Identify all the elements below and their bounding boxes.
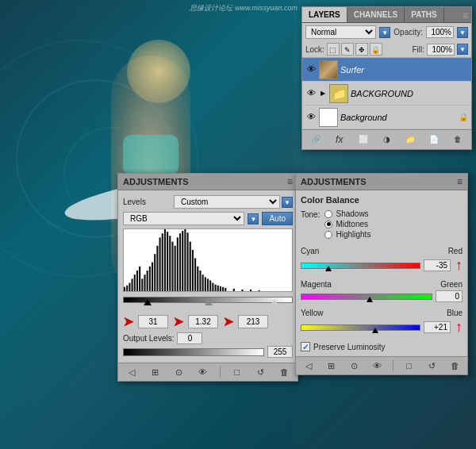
lock-label: Lock: bbox=[305, 45, 324, 54]
svg-rect-27 bbox=[192, 250, 194, 291]
svg-rect-7 bbox=[141, 278, 143, 291]
yellow-blue-slider[interactable] bbox=[301, 324, 420, 331]
cb-circle-icon[interactable]: ⊙ bbox=[347, 359, 361, 372]
cb-back-icon[interactable]: ◁ bbox=[301, 359, 316, 372]
layer-item-surfer[interactable]: 👁 Surfer bbox=[302, 58, 471, 82]
svg-rect-30 bbox=[199, 271, 201, 291]
cb-mask-icon[interactable]: □ bbox=[402, 359, 416, 372]
auto-button[interactable]: Auto bbox=[262, 212, 293, 225]
fill-input[interactable] bbox=[427, 44, 455, 56]
tab-channels[interactable]: CHANNELS bbox=[347, 7, 405, 22]
black-arrow-indicator: ➤ bbox=[123, 314, 133, 329]
delete-layer-icon[interactable]: 🗑 bbox=[451, 132, 465, 147]
levels-preset-arrow[interactable]: ▼ bbox=[282, 197, 293, 208]
color-balance-subtitle: Color Balance bbox=[301, 195, 463, 205]
white-point-thumb[interactable] bbox=[271, 299, 278, 305]
layer-thumbnail-background bbox=[319, 108, 338, 127]
lock-all-btn[interactable]: 🔒 bbox=[370, 43, 382, 56]
shadows-label: Shadows bbox=[336, 209, 368, 218]
magenta-green-value[interactable] bbox=[436, 290, 463, 302]
adj-levels-menu-icon[interactable]: ≡ bbox=[287, 176, 293, 187]
layer-visibility-background-group[interactable]: 👁 bbox=[305, 88, 317, 99]
levels-preset-select[interactable]: Custom bbox=[174, 195, 280, 209]
lock-transparent-btn[interactable]: ⬚ bbox=[327, 43, 340, 56]
cb-rotate-icon[interactable]: ↺ bbox=[424, 359, 439, 372]
opacity-arrow[interactable]: ▼ bbox=[457, 27, 468, 38]
adjustment-icon[interactable]: ◑ bbox=[379, 132, 393, 147]
opacity-input[interactable] bbox=[426, 26, 454, 38]
levels-input-slider[interactable] bbox=[123, 297, 293, 303]
svg-rect-25 bbox=[187, 232, 189, 291]
link-icon[interactable]: 🔗 bbox=[309, 132, 323, 147]
output-levels-row: Output Levels: bbox=[123, 332, 293, 344]
svg-rect-41 bbox=[233, 289, 235, 291]
bikini-top bbox=[123, 135, 178, 175]
black-point-thumb[interactable] bbox=[144, 299, 152, 305]
svg-rect-42 bbox=[241, 290, 243, 291]
svg-rect-19 bbox=[171, 242, 173, 291]
layer-item-background-group[interactable]: 👁 ▶ 📁 BACKGROUND bbox=[302, 82, 471, 106]
black-point-input[interactable] bbox=[138, 315, 168, 328]
layer-name-background: Background bbox=[340, 113, 456, 122]
layer-thumbnail-surfer bbox=[319, 60, 338, 79]
new-layer-icon[interactable]: 📄 bbox=[427, 132, 441, 147]
mask-icon[interactable]: □ bbox=[230, 366, 244, 378]
levels-input-slider-wrap bbox=[123, 297, 293, 303]
highlights-radio[interactable] bbox=[324, 231, 332, 239]
output-min-input[interactable] bbox=[177, 332, 202, 344]
layers-panel: LAYERS CHANNELS PATHS ≡ Normal ▼ Opacity… bbox=[301, 6, 472, 150]
midtones-radio[interactable] bbox=[324, 221, 332, 228]
blend-mode-arrow[interactable]: ▼ bbox=[379, 27, 390, 38]
cyan-red-value[interactable] bbox=[424, 259, 451, 271]
cyan-red-slider[interactable] bbox=[301, 263, 420, 269]
trash-icon[interactable]: 🗑 bbox=[278, 366, 292, 378]
magenta-label: Magenta bbox=[301, 280, 332, 289]
blend-mode-select[interactable]: Normal bbox=[305, 25, 376, 39]
midtones-radio-row: Midtones bbox=[324, 220, 370, 228]
separator bbox=[220, 366, 221, 378]
channel-select[interactable]: RGB bbox=[123, 212, 244, 225]
layer-expand-icon[interactable]: ▶ bbox=[319, 90, 327, 98]
fx-icon[interactable]: fx bbox=[332, 132, 347, 147]
layer-item-background[interactable]: 👁 Background 🔒 bbox=[302, 106, 471, 129]
cb-layers-icon[interactable]: ⊞ bbox=[324, 359, 339, 372]
fill-arrow[interactable]: ▼ bbox=[457, 44, 468, 55]
output-slider-row bbox=[123, 346, 293, 358]
shadows-radio[interactable] bbox=[324, 210, 332, 218]
blue-label: Blue bbox=[447, 309, 463, 317]
cb-trash-icon[interactable]: 🗑 bbox=[447, 359, 462, 372]
green-label: Green bbox=[440, 280, 463, 289]
rotate-icon[interactable]: ↺ bbox=[254, 366, 268, 378]
layer-visibility-background[interactable]: 👁 bbox=[305, 112, 317, 123]
mid-point-input[interactable] bbox=[188, 315, 218, 328]
adj-cb-menu-icon[interactable]: ≡ bbox=[457, 176, 463, 187]
back-icon[interactable]: ◁ bbox=[125, 366, 139, 378]
lock-paint-btn[interactable]: ✎ bbox=[341, 43, 354, 56]
magenta-green-slider[interactable] bbox=[301, 294, 432, 300]
tab-paths[interactable]: PATHS bbox=[405, 7, 443, 22]
svg-rect-1 bbox=[126, 286, 128, 291]
layer-visibility-surfer[interactable]: 👁 bbox=[305, 64, 317, 75]
yellow-blue-value[interactable] bbox=[424, 321, 451, 333]
adj-cb-content: Color Balance Tone: Shadows Midtones Hig… bbox=[296, 190, 467, 356]
new-group-icon[interactable]: 📁 bbox=[403, 132, 417, 147]
output-levels-slider[interactable] bbox=[123, 348, 264, 356]
layers-icon[interactable]: ⊞ bbox=[148, 366, 163, 378]
svg-rect-12 bbox=[154, 254, 155, 291]
white-point-input[interactable] bbox=[238, 315, 268, 328]
circle-icon[interactable]: ⊙ bbox=[172, 366, 186, 378]
adj-cb-title: ADJUSTMENTS bbox=[301, 177, 367, 186]
add-mask-icon[interactable]: ⬜ bbox=[356, 132, 370, 147]
panel-menu-icon[interactable]: ≡ bbox=[463, 10, 468, 21]
svg-rect-0 bbox=[124, 287, 125, 291]
mid-point-thumb[interactable] bbox=[205, 299, 213, 305]
eye-icon[interactable]: 👁 bbox=[196, 366, 210, 378]
lock-move-btn[interactable]: ✥ bbox=[355, 43, 368, 56]
output-max-input[interactable] bbox=[267, 346, 293, 358]
channel-arrow[interactable]: ▼ bbox=[248, 213, 259, 224]
preserve-luminosity-checkbox[interactable]: ✓ bbox=[301, 342, 310, 351]
cb-eye-icon[interactable]: 👁 bbox=[370, 359, 384, 372]
tone-radio-group: Shadows Midtones Highlights bbox=[324, 209, 370, 240]
tab-layers[interactable]: LAYERS bbox=[302, 7, 347, 22]
histogram-svg bbox=[124, 229, 292, 291]
